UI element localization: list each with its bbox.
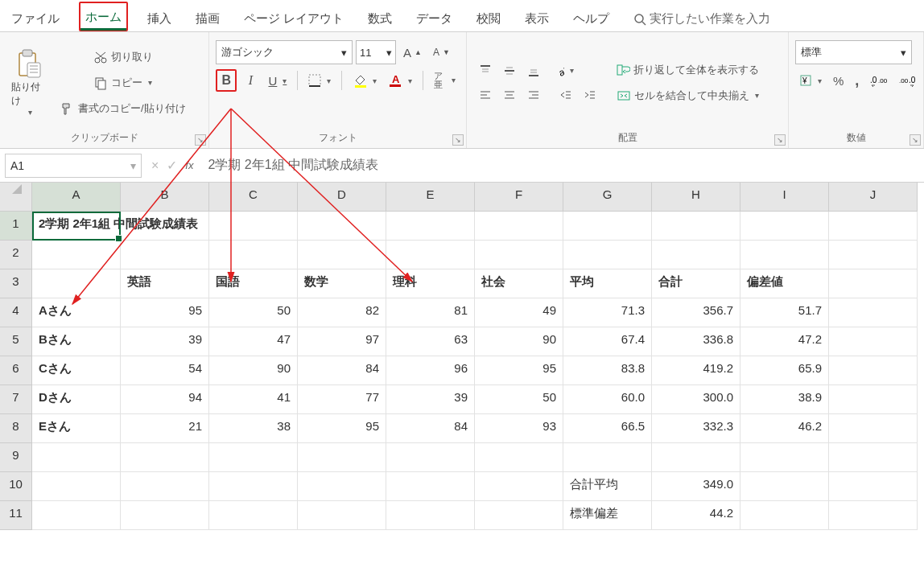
orientation-button[interactable]: ab xyxy=(554,59,578,83)
tab-view[interactable]: 表示 xyxy=(520,5,554,31)
cell-D10[interactable] xyxy=(298,472,386,501)
cell-I7[interactable]: 38.9 xyxy=(740,385,829,414)
cell-F8[interactable]: 93 xyxy=(475,414,563,443)
cell-F6[interactable]: 95 xyxy=(475,356,563,385)
cell-C7[interactable]: 41 xyxy=(209,385,298,414)
cell-J3[interactable] xyxy=(829,269,918,298)
cell-J8[interactable] xyxy=(829,414,918,443)
cell-A11[interactable] xyxy=(32,501,121,530)
cell-H2[interactable] xyxy=(652,241,740,269)
cell-C10[interactable] xyxy=(209,472,298,501)
cell-D7[interactable]: 77 xyxy=(298,385,386,414)
cell-H5[interactable]: 336.8 xyxy=(652,327,740,356)
cell-J2[interactable] xyxy=(829,241,918,269)
alignment-launcher[interactable]: ↘ xyxy=(774,134,786,146)
col-header-D[interactable]: D xyxy=(298,183,386,212)
cell-F9[interactable] xyxy=(475,443,563,472)
tab-help[interactable]: ヘルプ xyxy=(568,5,614,31)
cell-C6[interactable]: 90 xyxy=(209,356,298,385)
col-header-H[interactable]: H xyxy=(652,183,740,212)
cell-G4[interactable]: 71.3 xyxy=(563,298,652,327)
cell-I1[interactable] xyxy=(740,212,829,241)
cell-E6[interactable]: 96 xyxy=(386,356,475,385)
tab-formulas[interactable]: 数式 xyxy=(363,5,397,31)
cell-D4[interactable]: 82 xyxy=(298,298,386,327)
cell-J4[interactable] xyxy=(829,298,918,327)
cell-B3[interactable]: 英語 xyxy=(121,269,209,298)
cell-I10[interactable] xyxy=(740,472,829,501)
cell-B4[interactable]: 95 xyxy=(121,298,209,327)
wrap-text-button[interactable]: 折り返して全体を表示する xyxy=(612,59,763,81)
underline-button[interactable]: U xyxy=(264,69,291,92)
fill-color-button[interactable] xyxy=(349,69,381,92)
cell-H1[interactable] xyxy=(652,212,740,241)
cell-H10[interactable]: 349.0 xyxy=(652,472,740,501)
number-launcher[interactable]: ↘ xyxy=(910,134,921,146)
cell-G6[interactable]: 83.8 xyxy=(563,356,652,385)
cell-B6[interactable]: 54 xyxy=(121,356,209,385)
cell-A1[interactable]: 2学期 2年1組 中間試験成績表 xyxy=(32,212,121,241)
cell-B10[interactable] xyxy=(121,472,209,501)
cell-C8[interactable]: 38 xyxy=(209,414,298,443)
col-header-E[interactable]: E xyxy=(386,183,475,212)
cell-I6[interactable]: 65.9 xyxy=(740,356,829,385)
borders-button[interactable] xyxy=(304,69,335,92)
italic-button[interactable]: I xyxy=(240,69,261,92)
cell-A2[interactable] xyxy=(32,241,121,269)
cell-E1[interactable] xyxy=(386,212,475,241)
tab-insert[interactable]: 挿入 xyxy=(142,5,176,31)
spreadsheet-grid[interactable]: A B C D E F G H I J 1 2学期 2年1組 中間試験成績表 2… xyxy=(0,183,924,530)
cell-D8[interactable]: 95 xyxy=(298,414,386,443)
ruby-button[interactable]: ア亜 xyxy=(430,69,460,92)
cell-C9[interactable] xyxy=(209,443,298,472)
cell-H7[interactable]: 300.0 xyxy=(652,385,740,414)
cell-I11[interactable] xyxy=(740,501,829,530)
cell-D9[interactable] xyxy=(298,443,386,472)
search-hint[interactable]: 実行したい作業を入力 xyxy=(629,5,775,31)
cell-D11[interactable] xyxy=(298,501,386,530)
cell-F1[interactable] xyxy=(475,212,563,241)
cell-D6[interactable]: 84 xyxy=(298,356,386,385)
decrease-font-button[interactable]: A▼ xyxy=(429,41,454,64)
cell-J5[interactable] xyxy=(829,327,918,356)
col-header-I[interactable]: I xyxy=(740,183,829,212)
col-header-A[interactable]: A xyxy=(32,183,121,212)
cell-E2[interactable] xyxy=(386,241,475,269)
col-header-B[interactable]: B xyxy=(121,183,209,212)
cell-E3[interactable]: 理科 xyxy=(386,269,475,298)
cell-D1[interactable] xyxy=(298,212,386,241)
align-left-button[interactable] xyxy=(473,83,497,107)
cell-F2[interactable] xyxy=(475,241,563,269)
number-format-select[interactable]: 標準 ▾ xyxy=(795,40,912,64)
accounting-format-button[interactable]: ¥ xyxy=(795,69,826,92)
format-painter-button[interactable]: 書式のコピー/貼り付け xyxy=(56,97,190,120)
cell-I2[interactable] xyxy=(740,241,829,269)
cell-J10[interactable] xyxy=(829,472,918,501)
cell-F3[interactable]: 社会 xyxy=(475,269,563,298)
name-box[interactable]: A1 ▾ xyxy=(5,154,142,178)
font-name-select[interactable]: 游ゴシック ▾ xyxy=(216,40,353,64)
cell-J9[interactable] xyxy=(829,443,918,472)
copy-button[interactable]: コピー xyxy=(56,72,190,94)
cell-F5[interactable]: 90 xyxy=(475,327,563,356)
cell-D5[interactable]: 97 xyxy=(298,327,386,356)
col-header-F[interactable]: F xyxy=(475,183,563,212)
cell-C11[interactable] xyxy=(209,501,298,530)
row-header-9[interactable]: 9 xyxy=(0,443,32,472)
bold-button[interactable]: B xyxy=(216,69,237,92)
cell-B2[interactable] xyxy=(121,241,209,269)
cell-I5[interactable]: 47.2 xyxy=(740,327,829,356)
fx-icon[interactable]: fx xyxy=(185,159,193,171)
paste-button[interactable]: 貼り付け xyxy=(6,35,52,130)
row-header-8[interactable]: 8 xyxy=(0,414,32,443)
font-size-select[interactable]: 11 ▾ xyxy=(356,40,396,64)
row-header-10[interactable]: 10 xyxy=(0,472,32,501)
cell-B7[interactable]: 94 xyxy=(121,385,209,414)
align-center-button[interactable] xyxy=(497,83,522,107)
cell-H9[interactable] xyxy=(652,443,740,472)
cell-G2[interactable] xyxy=(563,241,652,269)
merge-center-button[interactable]: セルを結合して中央揃え xyxy=(612,84,763,107)
cell-C4[interactable]: 50 xyxy=(209,298,298,327)
cell-C1[interactable] xyxy=(209,212,298,241)
cell-E4[interactable]: 81 xyxy=(386,298,475,327)
